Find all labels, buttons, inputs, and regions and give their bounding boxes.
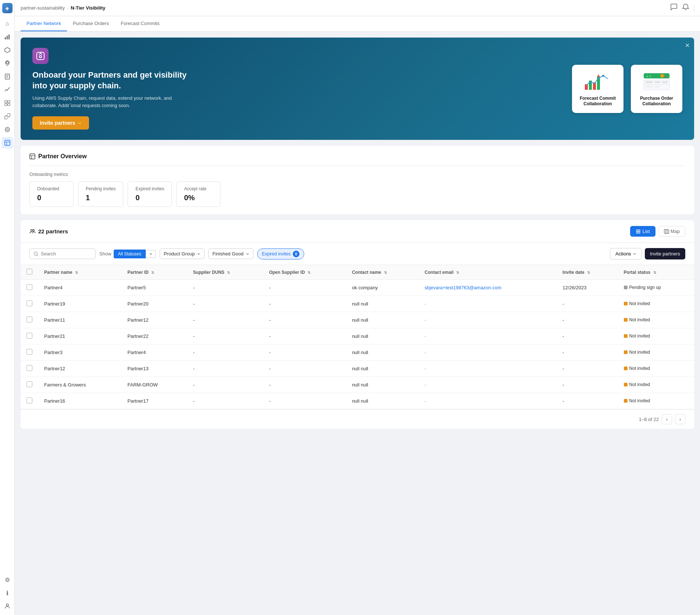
table-row: Partner4 Partner5 - - ok company sbjevar… [21,280,694,296]
table-row: Partner21 Partner22 - - null null - - No… [21,328,694,344]
row-contact-email: - [419,393,557,409]
metric-expired-invites: Expired invites 0 [128,181,172,207]
status-label: Not invited [629,398,650,403]
row-supplier-duns: - [187,328,263,344]
col-partner-id[interactable]: Partner ID ⇅ [122,265,187,280]
row-contact-name: null null [346,328,419,344]
row-open-supplier-id: - [263,393,346,409]
invite-date-sort-icon: ⇅ [587,271,590,275]
sidebar-item-chart[interactable] [1,84,13,96]
partners-header: 22 partners List Map [21,220,694,243]
col-contact-email[interactable]: Contact email ⇅ [419,265,557,280]
product-group-dropdown[interactable]: Product Group [160,248,205,259]
metric-pending-value: 1 [86,194,116,202]
banner-title: Onboard your Partners and get visibility… [32,70,193,91]
row-open-supplier-id: - [263,344,346,361]
status-indicator [624,334,628,338]
search-input[interactable] [41,251,85,257]
sidebar-item-location[interactable] [1,57,13,69]
row-checkbox[interactable] [26,333,32,339]
actions-button[interactable]: Actions [610,248,642,259]
pagination-prev-button[interactable]: ‹ [662,414,672,424]
svg-point-28 [660,74,664,78]
col-partner-name[interactable]: Partner name ⇅ [38,265,122,280]
forecast-commit-label: Forecast Commit Collaboration [580,96,616,107]
status-filter-pill: All Statuses [114,250,156,258]
row-checkbox[interactable] [26,317,32,322]
row-supplier-duns: - [187,280,263,296]
row-portal-status: Not invited [618,361,694,377]
portal-status-sort-icon: ⇅ [653,271,656,275]
tab-purchase-orders[interactable]: Purchase Orders [67,16,115,31]
sidebar-item-home[interactable]: ⌂ [1,18,13,29]
product-group-chevron-icon [197,252,200,256]
col-portal-status[interactable]: Portal status ⇅ [618,265,694,280]
row-open-supplier-id: - [263,280,346,296]
row-checkbox[interactable] [26,365,32,371]
row-open-supplier-id: - [263,361,346,377]
col-open-supplier-id[interactable]: Open Supplier ID ⇅ [263,265,346,280]
invite-partners-table-button[interactable]: Invite partners [645,248,685,259]
status-indicator [624,367,628,370]
notification-icon[interactable] [682,3,689,13]
svg-point-40 [31,229,33,231]
status-dropdown[interactable] [146,250,156,258]
svg-point-18 [39,56,42,58]
sidebar-item-info[interactable]: ℹ [1,587,13,599]
sidebar-item-link[interactable] [1,110,13,122]
banner-close-button[interactable]: ✕ [685,42,690,49]
row-open-supplier-id: - [263,296,346,312]
show-label: Show [99,251,111,257]
row-checkbox-cell [21,296,38,312]
table-row: Partner3 Partner4 - - null null - - Not … [21,344,694,361]
product-group-label: Product Group [164,251,195,257]
col-invite-date[interactable]: Invite date ⇅ [557,265,618,280]
row-portal-status: Not invited [618,328,694,344]
row-invite-date: - [557,377,618,393]
purchase-order-card[interactable]: ✓ ✓ ✕ [631,65,682,113]
metric-pending-label: Pending invites [86,186,116,191]
sidebar-item-user[interactable] [1,600,13,612]
sidebar-item-analytics[interactable] [1,31,13,43]
sidebar-item-orders[interactable] [1,71,13,82]
forecast-commit-card[interactable]: Forecast Commit Collaboration [572,65,623,113]
finished-good-dropdown[interactable]: Finished Good [208,248,253,259]
row-checkbox[interactable] [26,381,32,387]
row-checkbox[interactable] [26,349,32,355]
sidebar-item-network[interactable] [1,137,13,149]
col-supplier-duns[interactable]: Supplier DUNS ⇅ [187,265,263,280]
map-view-button[interactable]: Map [658,226,685,237]
partners-title: 22 partners [29,228,68,234]
row-partner-name: Partner11 [38,312,122,328]
supplier-duns-sort-icon: ⇅ [227,271,230,275]
invite-partners-banner-button[interactable]: Invite partners → [32,116,89,130]
row-checkbox[interactable] [26,284,32,290]
expired-invites-filter[interactable]: Expired invites 0 [257,248,304,259]
row-checkbox[interactable] [26,397,32,403]
svg-rect-44 [636,233,640,233]
row-invite-date: 12/26/2023 [557,280,618,296]
row-checkbox-cell [21,377,38,393]
row-contact-email: - [419,361,557,377]
tab-partner-network[interactable]: Partner Network [21,16,67,31]
tab-forecast-commits[interactable]: Forecast Commits [115,16,165,31]
svg-line-49 [37,255,39,256]
row-contact-email: sbjevara+test198763@amazon.com [419,280,557,296]
sidebar-item-settings[interactable]: ⚙ [1,574,13,586]
table-body: Partner4 Partner5 - - ok company sbjevar… [21,280,694,409]
sidebar-item-circle[interactable] [1,124,13,135]
col-contact-name[interactable]: Contact name ⇅ [346,265,419,280]
table-header: Partner name ⇅ Partner ID ⇅ Supplier DUN… [21,265,694,280]
search-box[interactable] [29,248,96,259]
row-checkbox[interactable] [26,300,32,306]
svg-rect-10 [8,100,10,103]
row-supplier-duns: - [187,296,263,312]
sidebar-item-inventory[interactable] [1,44,13,56]
select-all-checkbox[interactable] [26,269,32,275]
list-view-button[interactable]: List [630,226,655,237]
chat-icon[interactable] [670,3,678,13]
row-contact-name: null null [346,344,419,361]
pagination-next-button[interactable]: › [675,414,685,424]
sidebar-item-grid[interactable] [1,97,13,109]
row-invite-date: - [557,328,618,344]
